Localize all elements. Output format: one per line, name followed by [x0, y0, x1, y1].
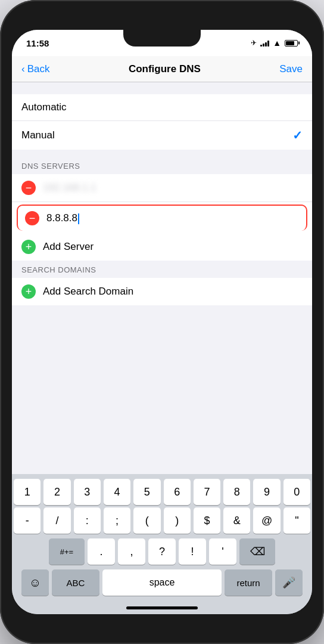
- battery-fill: [286, 41, 294, 45]
- notch: [123, 30, 201, 47]
- key-0[interactable]: 0: [284, 479, 310, 505]
- key-quote[interactable]: ": [284, 507, 310, 534]
- manual-checkmark: ✓: [292, 128, 303, 143]
- wifi-icon: ▲: [273, 38, 281, 48]
- keyboard: 1 2 3 4 5 6 7 8 9 0 - / : ; ( ) $ &: [12, 474, 312, 603]
- key-ampersand[interactable]: &: [223, 507, 250, 534]
- add-search-domain-icon[interactable]: +: [21, 284, 36, 299]
- automatic-label: Automatic: [21, 101, 67, 113]
- add-search-domain-row[interactable]: + Add Search Domain: [12, 278, 312, 305]
- signal-bar-3: [265, 42, 267, 47]
- key-hashtag-mode[interactable]: #+=: [49, 538, 85, 565]
- key-slash[interactable]: /: [43, 507, 70, 534]
- keyboard-symbol-row-1: - / : ; ( ) $ & @ ": [12, 507, 312, 538]
- back-label: Back: [27, 63, 50, 75]
- search-domains-section-label: SEARCH DOMAINS: [12, 265, 312, 278]
- page-title: Configure DNS: [129, 63, 201, 75]
- key-4[interactable]: 4: [104, 479, 130, 505]
- nav-bar: ‹ Back Configure DNS Save: [12, 56, 312, 82]
- status-time: 11:58: [26, 38, 49, 48]
- key-3[interactable]: 3: [74, 479, 101, 505]
- remove-server-1-button[interactable]: −: [21, 181, 36, 195]
- add-search-domain-label: Add Search Domain: [43, 286, 133, 298]
- key-comma[interactable]: ,: [118, 538, 145, 565]
- battery-icon: [285, 40, 298, 47]
- key-dash[interactable]: -: [14, 507, 40, 534]
- add-server-icon[interactable]: +: [21, 240, 36, 254]
- key-6[interactable]: 6: [164, 479, 191, 505]
- keyboard-symbol-row-2: #+= . , ? ! ' ⌫: [12, 538, 312, 569]
- mode-selection-group: Automatic Manual ✓: [12, 94, 312, 150]
- add-server-row[interactable]: + Add Server: [12, 233, 312, 261]
- content-area: Automatic Manual ✓ DNS SERVERS − 192.168…: [12, 82, 312, 474]
- dns-server-row-2[interactable]: − 8.8.8.8: [17, 205, 307, 231]
- signal-bar-2: [263, 44, 264, 47]
- keyboard-number-row: 1 2 3 4 5 6 7 8 9 0: [12, 474, 312, 507]
- key-semicolon[interactable]: ;: [104, 507, 130, 534]
- save-button[interactable]: Save: [279, 63, 303, 75]
- manual-label: Manual: [21, 129, 55, 141]
- signal-bars: [260, 39, 269, 47]
- key-close-paren[interactable]: ): [164, 507, 191, 534]
- key-7[interactable]: 7: [194, 479, 220, 505]
- remove-server-2-button[interactable]: −: [25, 211, 39, 225]
- key-at[interactable]: @: [253, 507, 280, 534]
- mic-key[interactable]: 🎤: [275, 569, 303, 596]
- key-colon[interactable]: :: [74, 507, 101, 534]
- dns-server-2-value: 8.8.8.8: [46, 212, 79, 224]
- dns-servers-group: − 192.168.1.1 − 8.8.8.8 + Add Server: [12, 174, 312, 261]
- highlighted-row-wrapper: − 8.8.8.8: [12, 202, 312, 233]
- manual-option[interactable]: Manual ✓: [12, 121, 312, 150]
- key-2[interactable]: 2: [43, 479, 70, 505]
- space-key[interactable]: space: [102, 569, 222, 596]
- location-icon: ✈: [251, 39, 257, 47]
- key-5[interactable]: 5: [133, 479, 160, 505]
- text-cursor: [78, 213, 79, 224]
- search-domains-group: + Add Search Domain: [12, 278, 312, 305]
- key-period[interactable]: .: [88, 538, 115, 565]
- key-9[interactable]: 9: [253, 479, 280, 505]
- key-dollar[interactable]: $: [194, 507, 220, 534]
- dns-server-1-value: 192.168.1.1: [43, 182, 96, 194]
- key-question[interactable]: ?: [148, 538, 176, 565]
- abc-key[interactable]: ABC: [52, 569, 99, 596]
- home-indicator: [126, 606, 198, 609]
- back-chevron-icon: ‹: [21, 63, 25, 75]
- phone-shell: 11:58 ✈ ▲ ‹ Back Configure: [0, 0, 324, 644]
- home-indicator-area: [12, 603, 312, 614]
- emoji-key[interactable]: ☺: [21, 569, 49, 596]
- keyboard-bottom-row: ☺ ABC space return 🎤: [12, 569, 312, 603]
- automatic-option[interactable]: Automatic: [12, 94, 312, 121]
- signal-bar-4: [267, 41, 269, 47]
- key-apostrophe[interactable]: ': [209, 538, 236, 565]
- add-server-label: Add Server: [43, 241, 94, 253]
- key-8[interactable]: 8: [223, 479, 250, 505]
- status-icons: ✈ ▲: [251, 38, 298, 48]
- key-open-paren[interactable]: (: [133, 507, 160, 534]
- delete-key[interactable]: ⌫: [239, 538, 275, 565]
- key-1[interactable]: 1: [14, 479, 40, 505]
- phone-screen: 11:58 ✈ ▲ ‹ Back Configure: [12, 30, 312, 614]
- back-button[interactable]: ‹ Back: [21, 63, 49, 75]
- dns-server-row-1: − 192.168.1.1: [12, 174, 312, 202]
- dns-section-label: DNS SERVERS: [12, 162, 312, 174]
- return-key[interactable]: return: [225, 569, 272, 596]
- signal-bar-1: [260, 45, 262, 47]
- key-exclaim[interactable]: !: [179, 538, 206, 565]
